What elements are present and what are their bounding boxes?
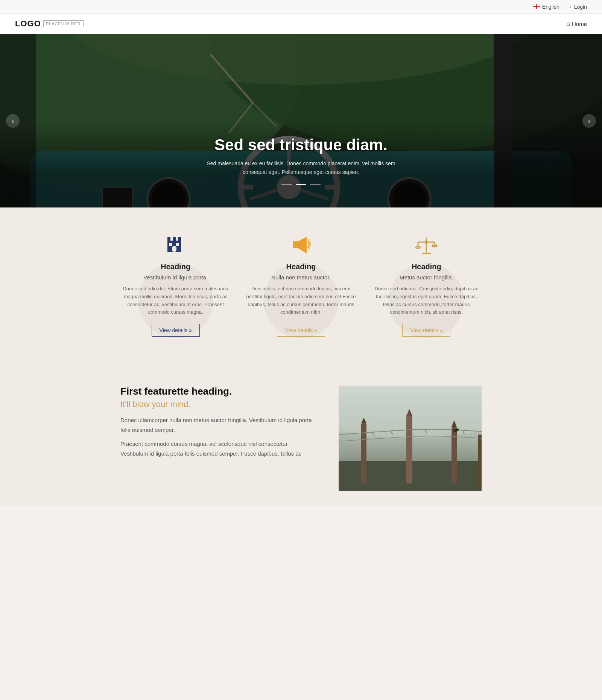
feature-icon-wrap-3 xyxy=(371,234,482,256)
login-icon: → xyxy=(567,4,572,10)
top-bar: 🏴󠁧󠁢󠁥󠁮󠁧󠁿 English → Login xyxy=(0,0,602,14)
castle-icon xyxy=(164,234,187,256)
feature-heading-2: Heading xyxy=(246,262,356,271)
featurette-text: First featurette heading. It'll blow you… xyxy=(120,386,316,463)
featurette-subheading: It'll blow your mind. xyxy=(120,400,316,409)
home-icon: ⌂ xyxy=(566,20,570,27)
hero-title: Sed sed tristique diam. xyxy=(0,136,602,154)
features-grid: Heading Vestibulum id ligula porta. Done… xyxy=(120,234,482,337)
home-link-label: Home xyxy=(572,21,587,27)
fence-image-svg xyxy=(339,386,482,491)
svg-rect-30 xyxy=(169,243,172,246)
feature-heading-1: Heading xyxy=(120,262,231,271)
feature-icon-wrap-1 xyxy=(120,234,231,256)
featurette-heading: First featurette heading. xyxy=(120,386,316,397)
svg-marker-32 xyxy=(293,237,307,253)
carousel-dot-1[interactable] xyxy=(281,184,292,185)
feature-text-2: Duis mollis, est non commodo luctus, nis… xyxy=(246,285,356,316)
logo-area: LOGO PLACEHOLDER xyxy=(15,19,84,29)
feature-icon-wrap-2 xyxy=(246,234,356,256)
feature-btn-3[interactable]: View details » xyxy=(402,324,450,337)
nav-links: ⌂ Home xyxy=(566,20,587,27)
feature-card-1: Heading Vestibulum id ligula porta. Done… xyxy=(120,234,231,337)
feature-subheading-3: Metus auctor fringilla. xyxy=(371,274,482,281)
hero-section: ‹ › Sed sed tristique diam. Sed malesuad… xyxy=(0,34,602,207)
svg-rect-26 xyxy=(173,237,176,241)
featurette-row: First featurette heading. It'll blow you… xyxy=(120,386,482,491)
feature-card-2: Heading Nulla non metus auctor. Duis mol… xyxy=(246,234,356,337)
navbar: LOGO PLACEHOLDER ⌂ Home xyxy=(0,14,602,34)
language-label: English xyxy=(542,4,559,10)
logo-text: LOGO xyxy=(15,19,41,29)
carousel-dot-3[interactable] xyxy=(310,184,321,185)
scales-icon xyxy=(415,234,438,256)
features-section: Heading Vestibulum id ligula porta. Done… xyxy=(0,207,602,363)
featurette-desc-1: Donec ullamcorper nulla non metus auctor… xyxy=(120,415,316,435)
feature-card-3: Heading Metus auctor fringilla. Donec se… xyxy=(371,234,482,337)
featurette-image xyxy=(339,386,482,491)
language-selector[interactable]: 🏴󠁧󠁢󠁥󠁮󠁧󠁿 English xyxy=(533,3,559,10)
feature-btn-2[interactable]: View details » xyxy=(277,324,325,337)
feature-text-3: Donec sed odio dui. Cras justo odio, dap… xyxy=(371,285,482,316)
featurette-section: First featurette heading. It'll blow you… xyxy=(0,363,602,506)
svg-rect-53 xyxy=(406,416,412,483)
feature-heading-3: Heading xyxy=(371,262,482,271)
login-label: Login xyxy=(574,4,587,10)
svg-point-68 xyxy=(456,429,459,431)
carousel-dot-2[interactable] xyxy=(296,184,306,185)
svg-rect-29 xyxy=(172,246,176,252)
svg-rect-27 xyxy=(178,237,181,241)
featurette-desc-2: Praesent commodo cursus magna, vel scele… xyxy=(120,439,316,458)
hero-subtitle: Sed malesuada eu ex eu facilisis. Donec … xyxy=(203,159,399,176)
hero-overlay: Sed sed tristique diam. Sed malesuada eu… xyxy=(0,121,602,207)
feature-subheading-2: Nulla non metus auctor. xyxy=(246,274,356,281)
megaphone-icon xyxy=(290,234,312,256)
carousel-dots xyxy=(0,184,602,185)
svg-point-48 xyxy=(425,241,427,243)
svg-rect-55 xyxy=(478,435,482,487)
login-link[interactable]: → Login xyxy=(567,4,587,10)
flag-icon: 🏴󠁧󠁢󠁥󠁮󠁧󠁿 xyxy=(533,3,540,10)
logo-placeholder: PLACEHOLDER xyxy=(43,20,84,27)
home-nav-link[interactable]: ⌂ Home xyxy=(566,20,587,27)
feature-text-1: Donec sed odio dui. Etiam porta sem male… xyxy=(120,285,231,316)
svg-rect-31 xyxy=(176,243,179,246)
feature-subheading-1: Vestibulum id ligula porta. xyxy=(120,274,231,281)
svg-rect-25 xyxy=(167,237,170,241)
feature-btn-1[interactable]: View details » xyxy=(152,324,200,337)
svg-rect-54 xyxy=(451,427,457,483)
